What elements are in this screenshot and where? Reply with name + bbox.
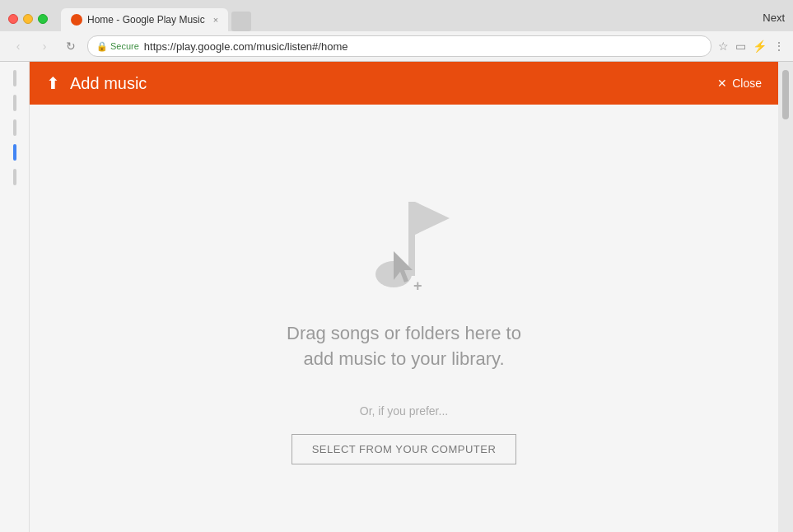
address-input[interactable]: 🔒 Secure https://play.google.com/music/l… xyxy=(87,35,711,57)
sidebar-item-1 xyxy=(13,70,16,86)
sidebar xyxy=(0,62,30,532)
next-label: Next xyxy=(763,12,785,27)
svg-text:+: + xyxy=(413,278,422,294)
toolbar-icons: ☆ ▭ ⚡ ⋮ xyxy=(718,40,785,53)
main-content: ⬆ Add music ✕ Close xyxy=(0,62,793,532)
svg-rect-1 xyxy=(408,202,415,276)
modal-header: ⬆ Add music ✕ Close xyxy=(30,62,778,105)
forward-button[interactable]: › xyxy=(35,36,54,56)
address-bar: ‹ › ↻ 🔒 Secure https://play.google.com/m… xyxy=(0,31,793,61)
tab-favicon xyxy=(71,14,82,26)
upload-header-icon: ⬆ xyxy=(46,73,60,93)
browser-chrome: Home - Google Play Music × Next ‹ › ↻ 🔒 … xyxy=(0,0,793,62)
cast-icon[interactable]: ▭ xyxy=(735,40,746,53)
tab-title: Home - Google Play Music xyxy=(87,14,205,26)
modal-title-group: ⬆ Add music xyxy=(46,73,147,93)
tab-close-button[interactable]: × xyxy=(213,15,218,25)
modal-body: + Drag songs or folders here to add musi… xyxy=(30,105,778,532)
drag-text-line1: Drag songs or folders here to xyxy=(287,321,521,347)
sidebar-item-5 xyxy=(13,169,16,185)
close-x-icon: ✕ xyxy=(717,77,727,90)
select-from-computer-button[interactable]: SELECT FROM YOUR COMPUTER xyxy=(292,434,517,464)
reload-icon: ↻ xyxy=(66,40,76,53)
drag-text-line2: add music to your library. xyxy=(287,347,521,372)
sidebar-item-2 xyxy=(13,95,16,111)
traffic-lights xyxy=(8,14,48,24)
modal-container: ⬆ Add music ✕ Close xyxy=(30,62,778,532)
back-button[interactable]: ‹ xyxy=(8,36,28,56)
reload-button[interactable]: ↻ xyxy=(61,36,81,56)
svg-marker-2 xyxy=(415,202,450,235)
extensions-icon[interactable]: ⚡ xyxy=(753,40,767,53)
sidebar-item-active[interactable] xyxy=(13,144,16,161)
or-text: Or, if you prefer... xyxy=(360,404,448,418)
scroll-thumb[interactable] xyxy=(782,70,789,119)
music-note-illustration: + xyxy=(347,173,462,305)
bookmark-icon[interactable]: ☆ xyxy=(718,40,729,53)
music-note-svg: + xyxy=(351,177,458,301)
minimize-window-button[interactable] xyxy=(23,14,33,24)
new-tab-button[interactable] xyxy=(231,12,251,31)
title-bar: Home - Google Play Music × Next xyxy=(0,0,793,31)
close-window-button[interactable] xyxy=(8,14,18,24)
lock-icon: 🔒 xyxy=(96,41,108,52)
maximize-window-button[interactable] xyxy=(38,14,48,24)
modal-title: Add music xyxy=(70,74,147,93)
forward-icon: › xyxy=(43,40,47,53)
sidebar-item-3 xyxy=(13,119,16,136)
tab-bar: Home - Google Play Music × xyxy=(58,7,251,31)
close-button[interactable]: ✕ Close xyxy=(717,77,762,90)
active-tab[interactable]: Home - Google Play Music × xyxy=(61,8,228,31)
right-scrollbar xyxy=(778,62,793,532)
drag-text: Drag songs or folders here to add music … xyxy=(287,321,521,372)
back-icon: ‹ xyxy=(16,40,21,53)
address-text: https://play.google.com/music/listen#/ho… xyxy=(144,40,348,53)
close-label: Close xyxy=(732,77,762,90)
secure-text: Secure xyxy=(110,41,139,51)
menu-icon[interactable]: ⋮ xyxy=(773,40,785,53)
secure-badge: 🔒 Secure xyxy=(96,41,139,52)
